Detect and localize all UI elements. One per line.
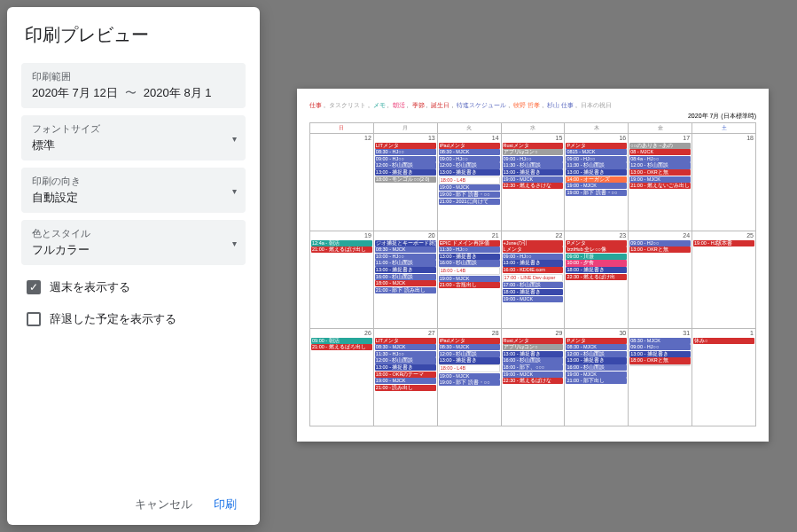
calendar-event: 09:00 - HJ○○ [566,156,627,162]
calendar-event: Pメンタ [566,143,627,149]
calendar-event: 11:00 - 杉山面談 [375,260,436,266]
calendar-event: 休み○ [693,338,754,344]
calendar-event: 08 - MJCK [629,149,691,155]
print-preview-page: 仕事, タスクリスト, メモ, 朝活, 季節, 誕生日, 特進スケジュール, 牧… [297,89,769,442]
day-number: 25 [692,231,755,239]
dialog-actions: キャンセル 印刷 [7,484,260,525]
color-style-dropdown[interactable]: 色とスタイル フルカラー ▾ [21,220,246,265]
calendar-grid: 日月火水木金土 1213LITメンタ08:30 - HJ○○09:00 - HJ… [309,122,756,426]
dow-header: 火 [437,123,501,134]
calendar-event: 17:00 - 杉山面談 [503,282,564,288]
calendar-event: 19:00 - MJCK [439,276,500,282]
calendar-event: 10:00 - 夕食 [566,260,627,266]
legend-item: メモ [373,102,386,108]
calendar-event: 09:00 - 朝活 [311,338,372,344]
calendar-cell: 16Pメンタ0815 - MJCK09:00 - HJ○○11:30 - 杉山面… [565,134,629,231]
calendar-cell: 13LITメンタ08:30 - HJ○○09:00 - HJ○○12:00 - … [373,134,437,231]
calendar-event: 12:00 - 杉山面談 [439,351,500,357]
day-number: 13 [374,134,437,142]
day-number: 1 [692,329,755,337]
font-value: 標準 [32,137,235,153]
day-number: 24 [629,231,692,239]
legend-item: タスクリスト [329,102,366,108]
calendar-event: 13:00 - 捕捉書き [503,351,564,357]
calendar-event: 09:00 - HJ○○ [439,156,500,162]
calendar-event: Pメンタ [566,338,627,344]
calendar-cell: 14iPadメンタ08:30 - MJCK09:00 - HJ○○12:00 -… [437,134,501,231]
calendar-event: 18:00 - 捕捉書き [503,289,564,295]
calendar-event: 19:00 - MJCK [375,378,436,384]
range-separator: 〜 [125,85,137,101]
calendar-event: 12:00 - 杉山面談 [375,357,436,364]
calendar-event: 19:00 - MJCK [439,373,500,379]
show-declined-checkbox[interactable]: 辞退した予定を表示する [7,306,260,332]
calendar-event: 19:00 - MJCK [566,372,627,378]
calendar-event: 18:00 - L4B [439,267,500,275]
calendar-event: LITメンタ [375,143,436,149]
show-weekend-checkbox[interactable]: ✓ 週末を表示する [7,274,260,301]
calendar-event: 13:00 - 捕捉書き [503,169,564,176]
calendar-cell: 2409:00 - HJ○○13:00 - OKRと無 [629,231,692,329]
calendar-event: 16:00 - 杉山面談 [503,357,564,364]
print-button[interactable]: 印刷 [214,497,237,512]
calendar-event: 11:30 - 杉山面談 [566,162,627,168]
chevron-down-icon: ▾ [232,238,237,247]
calendar-cell: 2609:00 - 朝活21:00 - 燃えるばろ出し [310,329,374,426]
calendar-event [629,364,691,366]
style-value: フルカラー [32,242,235,258]
dow-header: 金 [629,123,692,134]
calendar-event: 18:00 - OKRのテーマ [375,372,436,378]
calendar-event: 09:00 - HJ○○ [503,156,564,162]
range-label: 印刷範囲 [32,70,235,83]
calendar-cell: 30Pメンタ08:30 - MJCK12:00 - 杉山面談13:00 - 捕捉… [565,329,629,426]
calendar-cell: 2519:00 - HJ版本書 [692,231,756,329]
cancel-button[interactable]: キャンセル [135,497,192,512]
print-range-dropdown[interactable]: 印刷範囲 2020年 7月 12日 〜 2020年 8月 1 [21,63,246,108]
calendar-event: 21:00 - 燃えるばろ出し [311,344,372,350]
day-number: 27 [374,329,437,337]
calendar-cell: 23PメンタIzziHub 全レ○○像09:00 - 川遊10:00 - 夕食1… [565,231,629,329]
calendar-event: Lメンタ [503,246,564,253]
day-number: 21 [438,231,501,239]
calendar-event: LITメンタ [375,338,436,344]
legend-item: 牧野 哲孝 [513,102,540,108]
calendar-event: 18:00 - モンゴル○○(2 0) [375,176,436,183]
calendar-event: 19:00 - 部下 読書・○○ [566,190,627,196]
calendar-cell: 1912:4a - 朝活21:00 - 燃えるばけ出し [310,231,374,329]
calendar-event: 08:30 - MJCK [566,344,627,350]
calendar-event: 16:00 - KDDIE.com [503,267,564,273]
calendar-event: 13:00 - 捕捉書き [375,267,436,273]
calendar-event: 18:00 - 捕捉書き [566,267,627,273]
day-number: 19 [310,231,373,239]
orient-value: 自動設定 [32,190,235,206]
orientation-dropdown[interactable]: 印刷の向き 自動設定 ▾ [21,168,246,213]
calendar-event: 13:00 - OKRと無 [629,246,691,253]
day-number: 16 [565,134,628,142]
day-number: 18 [692,134,755,142]
calendar-event: 22:30 - 燃えるさけな [503,183,564,189]
legend-item: 特進スケジュール [457,102,506,108]
calendar-cell: 1休み○ [692,329,756,426]
dow-header: 土 [692,123,756,134]
calendar-cell: 18 [692,134,756,231]
calendar-event: アプリLyコン○ [503,149,564,155]
calendar-event: 08:30 - HJ○○ [375,149,436,155]
calendar-event: Pメンタ [566,240,627,246]
dow-header: 水 [501,123,565,134]
calendar-event: 08:30 - MJCK [439,344,500,350]
calendar-event: EPIC ドメイン再評価 [439,240,500,246]
legend-item: 季節 [412,102,425,108]
show-weekend-label: 週末を表示する [50,279,130,295]
calendar-event: 12:00 - 杉山面談 [629,162,691,168]
style-label: 色とスタイル [32,227,235,240]
calendar-event: 16:00 - 杉山面談 [375,274,436,280]
calendar-event: ジオ捕捉とキーボード雑記 [375,240,436,246]
calendar-event: ○○のありき→あの [629,143,691,149]
calendar-event: iPadメンタ [439,338,500,344]
calendar-event: 19:00 - MJCK [503,296,564,302]
font-size-dropdown[interactable]: フォントサイズ 標準 ▾ [21,115,246,160]
calendar-event: 13:00 - 捕捉書き [375,364,436,371]
calendar-event: 22:30 - 燃えるばけ出 [566,274,627,280]
calendar-event: 13:00 - OKRと無 [629,169,691,176]
calendar-event: 09:00 - HJ○○ [629,344,691,350]
